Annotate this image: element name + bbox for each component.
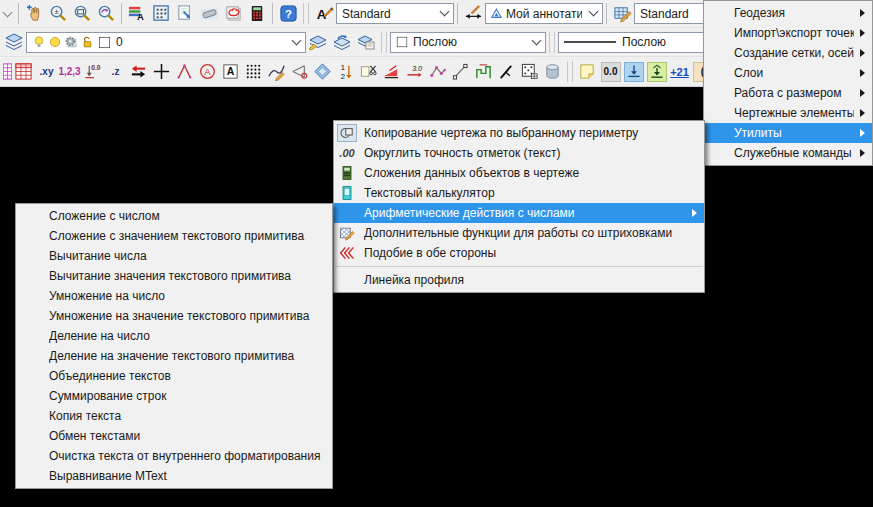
text-color-button[interactable]: A bbox=[125, 2, 149, 26]
menu-item-copy-by-perimeter[interactable]: Копирование чертежа по выбранному периме… bbox=[334, 123, 704, 143]
toolbar-grip[interactable] bbox=[303, 3, 309, 24]
clipped-combo-arrow-icon[interactable] bbox=[3, 7, 13, 17]
renumber-button[interactable]: 12 bbox=[334, 60, 357, 84]
menu-item-layers[interactable]: Слои bbox=[704, 63, 872, 83]
cylinder-button[interactable] bbox=[541, 60, 564, 84]
menu-item-profile-ruler[interactable]: Линейка профиля bbox=[334, 270, 704, 290]
menu-item-add-text-value[interactable]: Сложение с значением текстового примитив… bbox=[16, 226, 332, 246]
text-style-button[interactable]: A bbox=[312, 2, 336, 26]
cone-marker-icon bbox=[290, 62, 309, 81]
menu-item-multiply-text-value[interactable]: Умножение на значение текстового примити… bbox=[16, 306, 332, 326]
layers-button[interactable] bbox=[2, 30, 26, 54]
menu-item-geodesy[interactable]: Геодезия bbox=[704, 3, 872, 23]
diamond-button[interactable] bbox=[311, 60, 334, 84]
menu-item-import-export-points[interactable]: Импорт\экспорт точек bbox=[704, 23, 872, 43]
help-button[interactable]: ? bbox=[276, 2, 300, 26]
render-button[interactable] bbox=[197, 2, 221, 26]
toolbar-grip[interactable] bbox=[381, 32, 387, 53]
profile-box-button[interactable] bbox=[472, 60, 495, 84]
export-sheet-button[interactable] bbox=[173, 2, 197, 26]
menu-item-offset-both-sides[interactable]: Подобие в обе стороны bbox=[334, 243, 704, 263]
table-style-button[interactable] bbox=[610, 2, 634, 26]
zoom-window-button[interactable] bbox=[70, 2, 94, 26]
text-style-select[interactable]: Standard bbox=[336, 3, 454, 24]
toolbar-grip[interactable] bbox=[549, 32, 555, 53]
text-frame-button[interactable]: A bbox=[219, 60, 242, 84]
zoom-previous-button[interactable] bbox=[94, 2, 118, 26]
cone-button[interactable] bbox=[288, 60, 311, 84]
menu-item-text-calculator[interactable]: Текстовый калькулятор bbox=[334, 183, 704, 203]
points-grid-button[interactable] bbox=[242, 60, 265, 84]
swap-direction-button[interactable] bbox=[127, 60, 150, 84]
pan-button[interactable] bbox=[22, 2, 46, 26]
menu-item-sum-rows[interactable]: Суммирование строк bbox=[16, 386, 332, 406]
layer-previous-button[interactable] bbox=[330, 30, 354, 54]
menu-item-join-texts[interactable]: Объединение текстов bbox=[16, 366, 332, 386]
menu-item-add-number[interactable]: Сложение с числом bbox=[16, 206, 332, 226]
menu-item-subtract-text-value[interactable]: Вычитание значения текстового примитива bbox=[16, 266, 332, 286]
menu-item-hatch-functions[interactable]: Дополнительные функции для работы со штр… bbox=[334, 223, 704, 243]
note-button[interactable] bbox=[576, 60, 599, 84]
dimension-style-button[interactable] bbox=[461, 2, 485, 26]
menu-item-multiply-number[interactable]: Умножение на число bbox=[16, 286, 332, 306]
layer-select[interactable]: 0 bbox=[26, 32, 306, 53]
linetype-select[interactable]: Послою bbox=[558, 32, 708, 53]
color-select[interactable]: Послою bbox=[390, 32, 546, 53]
distance-mark-button[interactable]: 3.0 bbox=[403, 60, 426, 84]
nodes-button[interactable] bbox=[426, 60, 449, 84]
menu-item-divide-number[interactable]: Деление на число bbox=[16, 326, 332, 346]
calculator-cyan-icon bbox=[337, 184, 357, 202]
menu-item-swap-texts[interactable]: Обмен текстами bbox=[16, 426, 332, 446]
menu-item-drawing-elements[interactable]: Чертежные элементы bbox=[704, 103, 872, 123]
elevation-down-button[interactable] bbox=[622, 60, 645, 84]
z-button[interactable]: .z bbox=[104, 60, 127, 84]
coordinates-table-button[interactable] bbox=[12, 60, 35, 84]
menu-item-clear-formatting[interactable]: Очистка текста от внутреннего форматиров… bbox=[16, 446, 332, 466]
menu-item-arithmetic[interactable]: Арифметические действия с числами bbox=[334, 203, 704, 223]
calculator-green-icon bbox=[337, 164, 357, 182]
menu-item-round-precision[interactable]: .00Округлить точность отметок (текст) bbox=[334, 143, 704, 163]
calculator-button[interactable] bbox=[245, 2, 269, 26]
clipped-table-button[interactable] bbox=[2, 60, 12, 84]
revision-cloud-button[interactable] bbox=[221, 2, 245, 26]
circled-a-button[interactable]: A bbox=[196, 60, 219, 84]
precision-button[interactable]: 0.0 bbox=[599, 60, 622, 84]
menu-item-align-mtext[interactable]: Выравнивание MText bbox=[16, 466, 332, 486]
layer-match-button[interactable] bbox=[306, 30, 330, 54]
elevation-up-button[interactable] bbox=[645, 60, 668, 84]
angle-icon bbox=[175, 62, 194, 81]
menu-item-grid-axes[interactable]: Создание сетки, осей bbox=[704, 43, 872, 63]
measure-line-button[interactable] bbox=[449, 60, 472, 84]
trim-box-button[interactable] bbox=[357, 60, 380, 84]
menu-item-label: Очистка текста от внутреннего форматиров… bbox=[49, 449, 328, 463]
elevation-mark-button[interactable]: 0.0 bbox=[81, 60, 104, 84]
menu-item-utilities[interactable]: Утилиты bbox=[704, 123, 872, 143]
submenu-arrow-icon bbox=[860, 29, 865, 37]
spline-edit-button[interactable] bbox=[265, 60, 288, 84]
break-line-button[interactable] bbox=[495, 60, 518, 84]
menu-item-sum-object-data[interactable]: Сложения данных объектов в чертеже bbox=[334, 163, 704, 183]
copy-perimeter-icon bbox=[337, 124, 357, 142]
plus21-button[interactable]: +21 bbox=[668, 60, 691, 84]
cross-button[interactable] bbox=[150, 60, 173, 84]
menu-item-copy-text[interactable]: Копия текста bbox=[16, 406, 332, 426]
table-settings-button[interactable] bbox=[149, 2, 173, 26]
pan-hand-icon bbox=[25, 4, 44, 23]
menu-item-subtract-number[interactable]: Вычитание числа bbox=[16, 246, 332, 266]
grid-box-button[interactable] bbox=[518, 60, 541, 84]
menu-item-label: Вычитание значения текстового примитива bbox=[49, 269, 328, 283]
plus21-label: +21 bbox=[670, 66, 689, 78]
angle-button[interactable] bbox=[173, 60, 196, 84]
svg-text:2: 2 bbox=[341, 72, 345, 81]
zoom-realtime-button[interactable]: ± bbox=[46, 2, 70, 26]
xy-button[interactable]: .xy bbox=[35, 60, 58, 84]
toolbar-grip[interactable] bbox=[567, 61, 573, 82]
menu-item-dimensions[interactable]: Работа с размером bbox=[704, 83, 872, 103]
annotation-style-select[interactable]: Мой аннотативн bbox=[485, 3, 603, 24]
layer-states-button[interactable] bbox=[354, 30, 378, 54]
slope-button[interactable] bbox=[380, 60, 403, 84]
menu-item-service-commands[interactable]: Служебные команды bbox=[704, 143, 872, 163]
menu-item-label: Слои bbox=[734, 66, 854, 80]
menu-item-divide-text-value[interactable]: Деление на значение текстового примитива bbox=[16, 346, 332, 366]
numbering-button[interactable]: 1,2,3 bbox=[58, 60, 81, 84]
